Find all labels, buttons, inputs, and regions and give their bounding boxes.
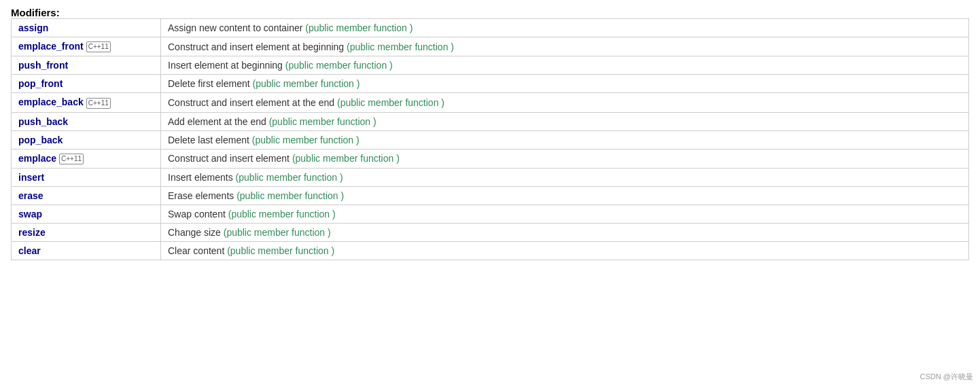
func-name-text: pop_back xyxy=(18,135,63,145)
func-name-text: emplace_front xyxy=(18,41,84,52)
cpp11-badge: C++11 xyxy=(59,154,84,164)
cpp11-badge: C++11 xyxy=(86,98,111,109)
public-member-tag: (public member function ) xyxy=(337,97,444,108)
func-name-text: pop_front xyxy=(18,78,63,89)
public-member-tag: (public member function ) xyxy=(236,172,343,183)
table-row: eraseErase elements (public member funct… xyxy=(12,186,969,205)
func-name-cell[interactable]: pop_front xyxy=(12,75,161,93)
description-cell: Construct and insert element at beginnin… xyxy=(161,37,969,56)
description-cell: Delete first element (public member func… xyxy=(161,75,969,93)
table-row: emplace_frontC++11Construct and insert e… xyxy=(12,37,969,56)
func-name-text: clear xyxy=(18,245,41,256)
func-name-text: swap xyxy=(18,209,42,220)
description-cell: Clear content (public member function ) xyxy=(161,241,969,260)
description-cell: Insert element at beginning (public memb… xyxy=(161,56,969,75)
func-name-cell[interactable]: push_back xyxy=(12,112,161,130)
public-member-tag: (public member function ) xyxy=(347,41,454,52)
description-cell: Change size (public member function ) xyxy=(161,223,969,241)
public-member-tag: (public member function ) xyxy=(269,116,377,127)
table-row: pop_backDelete last element (public memb… xyxy=(12,130,969,149)
func-name-cell[interactable]: emplace_frontC++11 xyxy=(12,37,161,56)
table-row: resizeChange size (public member functio… xyxy=(12,223,969,241)
description-cell: Construct and insert element (public mem… xyxy=(161,149,969,168)
func-name-text: erase xyxy=(18,190,43,201)
description-cell: Insert elements (public member function … xyxy=(161,168,969,186)
func-name-cell[interactable]: emplaceC++11 xyxy=(12,149,161,168)
table-row: insertInsert elements (public member fun… xyxy=(12,168,969,186)
table-row: push_frontInsert element at beginning (p… xyxy=(12,56,969,75)
func-name-text: resize xyxy=(18,227,46,238)
section-title: Modifiers: xyxy=(11,7,60,18)
description-cell: Assign new content to container (public … xyxy=(161,19,969,37)
public-member-tag: (public member function ) xyxy=(292,153,400,164)
public-member-tag: (public member function ) xyxy=(237,190,344,201)
public-member-tag: (public member function ) xyxy=(252,135,360,145)
func-name-text: emplace xyxy=(18,153,56,164)
description-cell: Swap content (public member function ) xyxy=(161,205,969,223)
public-member-tag: (public member function ) xyxy=(285,60,393,71)
func-name-cell[interactable]: clear xyxy=(12,241,161,260)
func-name-text: assign xyxy=(18,22,48,33)
cpp11-badge: C++11 xyxy=(86,41,111,52)
public-member-tag: (public member function ) xyxy=(224,227,331,238)
table-row: assignAssign new content to container (p… xyxy=(12,19,969,37)
table-row: pop_frontDelete first element (public me… xyxy=(12,75,969,93)
section-header: Modifiers: xyxy=(11,7,969,18)
func-name-cell[interactable]: pop_back xyxy=(12,130,161,149)
description-cell: Erase elements (public member function ) xyxy=(161,186,969,205)
func-name-cell[interactable]: push_front xyxy=(12,56,161,75)
description-cell: Add element at the end (public member fu… xyxy=(161,112,969,130)
func-name-cell[interactable]: swap xyxy=(12,205,161,223)
table-row: push_backAdd element at the end (public … xyxy=(12,112,969,130)
func-name-text: push_back xyxy=(18,116,68,127)
public-member-tag: (public member function ) xyxy=(253,78,360,89)
public-member-tag: (public member function ) xyxy=(228,209,336,220)
description-cell: Delete last element (public member funct… xyxy=(161,130,969,149)
description-cell: Construct and insert element at the end … xyxy=(161,93,969,112)
func-name-text: insert xyxy=(18,172,44,183)
func-name-cell[interactable]: emplace_backC++11 xyxy=(12,93,161,112)
func-name-text: push_front xyxy=(18,60,68,71)
public-member-tag: (public member function ) xyxy=(305,22,413,33)
func-name-cell[interactable]: erase xyxy=(12,186,161,205)
public-member-tag: (public member function ) xyxy=(227,245,334,256)
func-name-cell[interactable]: assign xyxy=(12,19,161,37)
table-row: emplace_backC++11Construct and insert el… xyxy=(12,93,969,112)
table-row: clearClear content (public member functi… xyxy=(12,241,969,260)
func-name-cell[interactable]: insert xyxy=(12,168,161,186)
table-row: emplaceC++11Construct and insert element… xyxy=(12,149,969,168)
modifiers-table: assignAssign new content to container (p… xyxy=(11,18,969,260)
func-name-cell[interactable]: resize xyxy=(12,223,161,241)
table-row: swapSwap content (public member function… xyxy=(12,205,969,223)
func-name-text: emplace_back xyxy=(18,96,84,107)
